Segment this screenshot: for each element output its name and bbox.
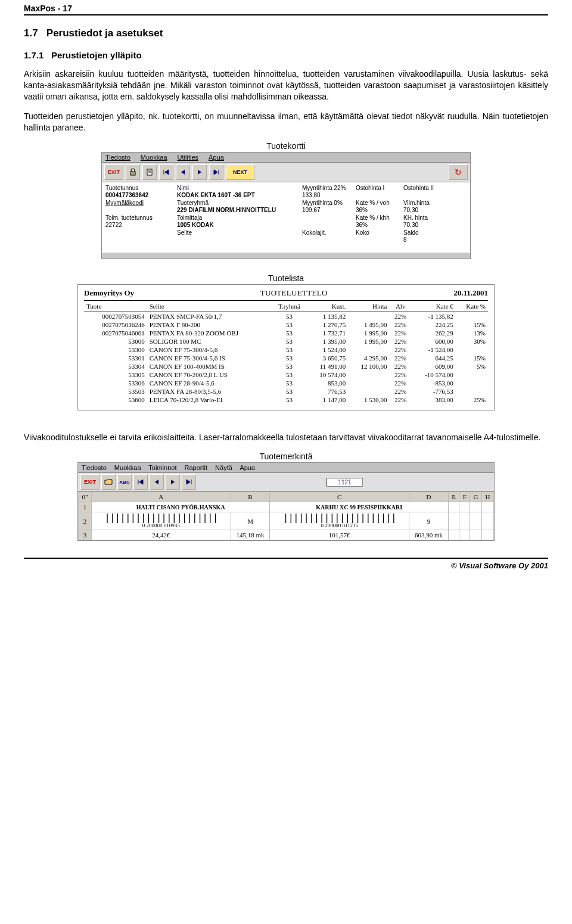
table-cell: 1 495,00 bbox=[348, 321, 389, 329]
tm-abc-icon[interactable]: ABC bbox=[117, 474, 132, 490]
val-mh0: 109,67 bbox=[302, 206, 350, 213]
tm-row-2[interactable]: 2 |||||||||||||||||||||| 0 200000 010935… bbox=[79, 512, 494, 530]
tm-r3-a[interactable]: 24,42€ bbox=[92, 530, 231, 540]
lbl-selite: Selite bbox=[177, 229, 296, 236]
tm-r3-c[interactable]: 101,57€ bbox=[270, 530, 409, 540]
tm-r2-9[interactable]: 9 bbox=[409, 512, 449, 530]
tm-r1-e[interactable] bbox=[448, 502, 459, 512]
tl-table: Tuote Selite T.ryhmä Kust. Hinta Alv Kat… bbox=[84, 300, 488, 404]
lbl-mmkoodi[interactable]: Myymäläkoodi bbox=[105, 200, 171, 206]
tm-menu-muokkaa[interactable]: Muokkaa bbox=[114, 464, 141, 471]
lbl-toimtt: Toim. tuotetunnus bbox=[105, 214, 171, 221]
tm-r2-g[interactable] bbox=[470, 512, 482, 530]
tm-col-h[interactable]: H bbox=[482, 492, 494, 502]
tm-menu-nayta[interactable]: Näytä bbox=[215, 464, 232, 471]
table-cell bbox=[348, 312, 389, 321]
tm-r2-h2[interactable] bbox=[482, 512, 494, 530]
menu-muokkaa[interactable]: Muokkaa bbox=[141, 154, 167, 161]
tm-r2-barcode1[interactable]: |||||||||||||||||||||| 0 200000 010935 bbox=[92, 512, 231, 530]
tm-r3-f[interactable] bbox=[459, 530, 470, 540]
tm-r1-h[interactable]: 1 bbox=[79, 502, 92, 512]
tm-menu-raportit[interactable]: Raportit bbox=[185, 464, 208, 471]
tm-col-e[interactable]: E bbox=[448, 492, 459, 502]
nav-first-icon[interactable] bbox=[159, 164, 173, 180]
tm-col-d[interactable]: D bbox=[409, 492, 449, 502]
tm-exit-button[interactable]: EXIT bbox=[80, 474, 100, 490]
table-cell: 383,00 bbox=[412, 396, 456, 404]
tm-col-b[interactable]: B bbox=[231, 492, 270, 502]
tm-col-g[interactable]: G bbox=[470, 492, 482, 502]
nav-prev-icon[interactable] bbox=[176, 164, 190, 180]
tm-col-a[interactable]: A bbox=[92, 492, 231, 502]
tm-r3-e[interactable] bbox=[448, 530, 459, 540]
tm-r3-g[interactable] bbox=[470, 530, 482, 540]
menu-apua[interactable]: Apua bbox=[209, 154, 224, 161]
lbl-tuotetunnus: Tuotetunnus bbox=[105, 185, 171, 191]
tm-menubar[interactable]: Tiedosto Muokkaa Toiminnot Raportit Näyt… bbox=[78, 463, 494, 473]
tl-company: Demoyritys Oy bbox=[84, 288, 134, 298]
exit-button[interactable]: EXIT bbox=[104, 164, 123, 180]
page-header: MaxPos - 17 bbox=[24, 0, 548, 14]
tm-nav-last-icon[interactable] bbox=[182, 474, 196, 490]
tm-nav-first-icon[interactable] bbox=[133, 474, 148, 490]
table-cell: 53 bbox=[272, 312, 307, 321]
table-cell: 53304 bbox=[84, 362, 147, 371]
tm-menu-toiminnot[interactable]: Toiminnot bbox=[148, 464, 176, 471]
table-row: 53306CANON EF 28-90/4-5,653853,0022%-853… bbox=[84, 379, 488, 387]
tm-col-f[interactable]: F bbox=[459, 492, 470, 502]
menu-utilities[interactable]: Utilities bbox=[178, 154, 198, 161]
lbl-viimhinta: Viim.hinta bbox=[403, 200, 445, 206]
tm-r3-b[interactable]: 145,18 mk bbox=[231, 530, 270, 540]
tm-r2-h[interactable]: 2 bbox=[79, 512, 92, 530]
tm-r2-e[interactable] bbox=[448, 512, 459, 530]
table-cell: 1 732,71 bbox=[307, 329, 348, 337]
table-row: 53305CANON EF 70-200/2,8 L US5310 574,00… bbox=[84, 371, 488, 379]
tm-r2-f[interactable] bbox=[459, 512, 470, 530]
tm-row-3[interactable]: 3 24,42€ 145,18 mk 101,57€ 603,90 mk bbox=[79, 530, 494, 540]
caption-tuotemerkinta: Tuotemerkintä bbox=[24, 452, 548, 461]
tm-r1-f[interactable] bbox=[459, 502, 470, 512]
menu-tiedosto[interactable]: Tiedosto bbox=[105, 154, 130, 161]
tm-open-icon[interactable] bbox=[101, 474, 116, 490]
nav-next-icon[interactable] bbox=[192, 164, 207, 180]
tm-nav-next-icon[interactable] bbox=[166, 474, 180, 490]
tm-r1-h[interactable] bbox=[482, 502, 494, 512]
lbl-khhinta: KH. hinta bbox=[403, 214, 445, 221]
val-toimtt: 22722 bbox=[105, 221, 171, 228]
tm-corner[interactable]: 0" bbox=[79, 492, 92, 502]
tm-r1-g[interactable] bbox=[470, 502, 482, 512]
tk-menubar[interactable]: Tiedosto Muokkaa Utilities Apua bbox=[102, 153, 470, 163]
page-footer: © Visual Software Oy 2001 bbox=[24, 558, 548, 570]
table-cell bbox=[348, 387, 389, 396]
tm-r3-h[interactable]: 3 bbox=[79, 530, 92, 540]
subsection-number: 1.7.1 bbox=[24, 50, 43, 60]
next-button[interactable]: NEXT bbox=[226, 164, 254, 180]
table-row: 0027075046061PENTAX FA 80-320 ZOOM OBJ53… bbox=[84, 329, 488, 337]
tm-nav-prev-icon[interactable] bbox=[150, 474, 164, 490]
table-cell: 13% bbox=[456, 329, 488, 337]
table-cell: -776,53 bbox=[412, 387, 456, 396]
table-cell: 53306 bbox=[84, 379, 147, 387]
tm-r2-barcode2[interactable]: |||||||||||||||||||||| 0 200000 011215 bbox=[270, 512, 409, 530]
nav-last-icon[interactable] bbox=[209, 164, 223, 180]
tl-col-alv: Alv bbox=[389, 301, 411, 312]
tm-menu-apua[interactable]: Apua bbox=[240, 464, 255, 471]
tm-r3-h2[interactable] bbox=[482, 530, 494, 540]
tm-row-1[interactable]: 1 HALTI CISANO PYÖR.HANSKA KARHU XC 99 P… bbox=[79, 502, 494, 512]
lock-icon[interactable] bbox=[126, 164, 140, 180]
table-cell: 10 574,00 bbox=[307, 371, 348, 379]
table-cell bbox=[456, 312, 488, 321]
tm-r3-d[interactable]: 603,90 mk bbox=[409, 530, 449, 540]
tm-r2-m[interactable]: M bbox=[231, 512, 270, 530]
table-row: 53000SOLIGOR 100 MC531 395,001 995,0022%… bbox=[84, 337, 488, 346]
table-row: 0002707503054PENTAX SMCP-FA 50/1,7531 13… bbox=[84, 312, 488, 321]
tm-col-c[interactable]: C bbox=[270, 492, 409, 502]
refresh-icon[interactable]: ↻ bbox=[449, 164, 468, 180]
tl-title: TUOTELUETTELO bbox=[260, 288, 328, 298]
tm-r1-a[interactable]: HALTI CISANO PYÖR.HANSKA bbox=[92, 502, 270, 512]
doc-icon[interactable] bbox=[142, 164, 157, 180]
tl-col-tryhma: T.ryhmä bbox=[272, 301, 307, 312]
tm-r1-c[interactable]: KARHU XC 99 PESISPIIKKARI bbox=[270, 502, 448, 512]
tm-menu-tiedosto[interactable]: Tiedosto bbox=[82, 464, 107, 471]
tm-spreadsheet[interactable]: 0" A B C D E F G H 1 HALTI CISANO PYÖR.H… bbox=[78, 491, 494, 540]
